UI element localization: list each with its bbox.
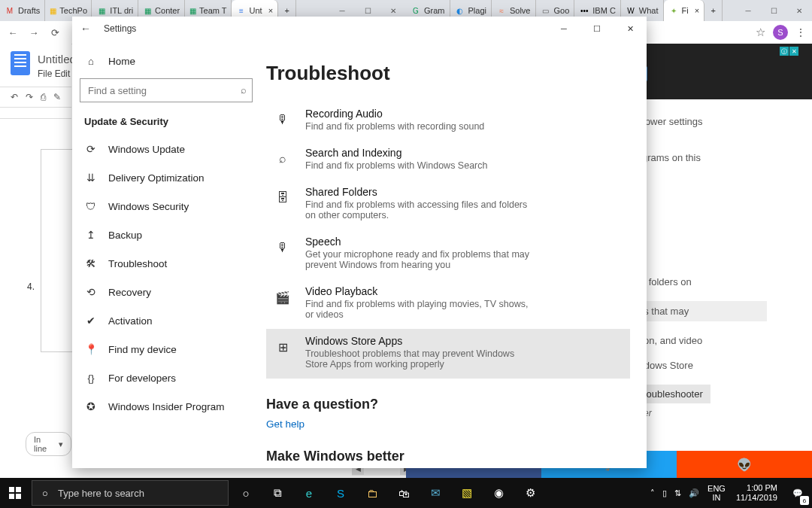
- settings-search[interactable]: ⌕: [80, 78, 253, 102]
- troubleshooter-shared-folders[interactable]: 🗄Shared FoldersFind and fix problems wit…: [266, 180, 630, 230]
- battery-icon[interactable]: ▯: [659, 478, 671, 508]
- favicon: ▦: [189, 5, 196, 16]
- nav-item-delivery-optimization[interactable]: ⇊Delivery Optimization: [80, 163, 253, 192]
- forward-button[interactable]: →: [27, 26, 41, 39]
- clock[interactable]: 1:00 PM11/14/2019: [730, 478, 783, 508]
- docs-menu[interactable]: File Edit: [38, 68, 71, 79]
- close-button[interactable]: ✕: [786, 0, 812, 21]
- docs-toolbar[interactable]: ↶ ↷ ⎙ ✎: [0, 87, 71, 108]
- taskbar-search[interactable]: ○ Type here to search: [32, 480, 229, 506]
- video-icon: 🎬: [272, 287, 293, 308]
- ad-close-controls[interactable]: ⓘ✕: [780, 47, 798, 56]
- action-center-icon[interactable]: 💬 6: [783, 478, 812, 508]
- file-explorer-icon[interactable]: 🗀: [356, 478, 388, 508]
- mic-icon: 🎙: [272, 109, 293, 130]
- troubleshooter-desc: Find and fix problems with playing movie…: [305, 299, 531, 320]
- nav-item-troubleshoot[interactable]: 🛠Troubleshoot: [80, 249, 253, 278]
- have-question-heading: Have a question?: [266, 397, 630, 412]
- dev-icon: {}: [84, 371, 98, 385]
- nav-item-for-developers[interactable]: {}For developers: [80, 364, 253, 392]
- windows-taskbar: ○ Type here to search ○ ⧉ e S 🗀 🛍 ✉ ▧ ◉ …: [0, 478, 812, 508]
- close-button[interactable]: ✕: [614, 17, 647, 41]
- troubleshooter-title: Windows Store Apps: [305, 335, 531, 347]
- notification-count: 6: [800, 496, 809, 505]
- sticky-notes-icon[interactable]: ▧: [451, 478, 483, 508]
- undo-icon[interactable]: ↶: [11, 92, 18, 102]
- mic-icon: 🎙: [272, 237, 293, 258]
- svg-rect-3: [16, 494, 21, 499]
- nav-item-windows-update[interactable]: ⟳Windows Update: [80, 135, 253, 163]
- image-inline-pill[interactable]: In line ▾: [26, 432, 71, 456]
- chrome-icon[interactable]: ◉: [483, 478, 514, 508]
- troubleshooter-title: Video Playback: [305, 285, 531, 297]
- troubleshooter-desc: Find and fix problems with accessing fil…: [305, 199, 531, 221]
- nav-item-windows-security[interactable]: 🛡Windows Security: [80, 192, 253, 221]
- tab-label: What: [639, 6, 659, 15]
- sync-icon: ⟳: [84, 142, 98, 156]
- favicon: ▭: [541, 5, 551, 16]
- share-reddit[interactable]: 👽: [677, 451, 812, 478]
- new-tab-button[interactable]: +: [704, 0, 723, 21]
- cortana-icon[interactable]: ○: [230, 478, 262, 508]
- troubleshooter-video-playback[interactable]: 🎬Video PlaybackFind and fix problems wit…: [266, 279, 630, 329]
- nav-home[interactable]: ⌂ Home: [80, 47, 253, 75]
- volume-icon[interactable]: 🔊: [685, 478, 703, 508]
- mail-icon[interactable]: ✉: [420, 478, 451, 508]
- get-help-link[interactable]: Get help: [266, 418, 304, 430]
- store-icon[interactable]: 🛍: [388, 478, 420, 508]
- print-icon[interactable]: ⎙: [41, 92, 46, 102]
- browser-tab[interactable]: ✦Fi×: [664, 0, 705, 21]
- reload-button[interactable]: ⟳: [48, 26, 62, 39]
- docs-title[interactable]: Untitled: [38, 53, 71, 65]
- format-paint-icon[interactable]: ✎: [53, 92, 61, 102]
- nav-item-windows-insider-program[interactable]: ✪Windows Insider Program: [80, 392, 253, 421]
- kebab-menu-icon[interactable]: ⋮: [795, 26, 806, 38]
- task-view-icon[interactable]: ⧉: [262, 478, 293, 508]
- minimize-button[interactable]: ─: [547, 17, 580, 41]
- tab-label: TechPo: [59, 6, 87, 15]
- troubleshooter-desc: Troubleshoot problems that may prevent W…: [305, 348, 531, 370]
- wifi-icon[interactable]: ⇅: [671, 478, 685, 508]
- troubleshooter-recording-audio[interactable]: 🎙Recording AudioFind and fix problems wi…: [266, 102, 630, 141]
- troubleshooter-title: Speech: [305, 236, 531, 248]
- back-button[interactable]: ←: [6, 26, 20, 39]
- search-icon: ⌕: [241, 84, 247, 96]
- tab-label: Goo: [554, 6, 570, 15]
- settings-search-input[interactable]: [80, 78, 253, 102]
- bookmark-star-icon[interactable]: ☆: [756, 26, 765, 39]
- maximize-button[interactable]: ☐: [580, 17, 614, 41]
- skype-icon[interactable]: S: [325, 478, 356, 508]
- troubleshooter-desc: Find and fix problems with Windows Searc…: [305, 160, 487, 171]
- troubleshooter-speech[interactable]: 🎙SpeechGet your microphone ready and fix…: [266, 230, 630, 279]
- tray-chevron-up-icon[interactable]: ˄: [647, 478, 659, 508]
- favicon: ≡: [236, 5, 246, 16]
- edge-icon[interactable]: e: [293, 478, 325, 508]
- troubleshooter-windows-store-apps[interactable]: ⊞Windows Store AppsTroubleshoot problems…: [266, 329, 630, 379]
- favicon: ▦: [50, 5, 56, 16]
- tab-close-icon[interactable]: ×: [268, 6, 273, 15]
- tab-close-icon[interactable]: ×: [695, 6, 699, 15]
- start-button[interactable]: [0, 478, 30, 508]
- nav-item-find-my-device[interactable]: 📍Find my device: [80, 335, 253, 364]
- nav-home-label: Home: [108, 56, 135, 67]
- profile-avatar[interactable]: S: [773, 25, 788, 40]
- redo-icon[interactable]: ↷: [26, 92, 33, 102]
- tab-label: IBM C: [592, 6, 616, 15]
- docs-logo[interactable]: [11, 51, 30, 75]
- maximize-button[interactable]: ☐: [761, 0, 786, 21]
- find-icon: 📍: [84, 342, 98, 356]
- favicon: W: [626, 5, 636, 16]
- system-tray: ˄ ▯ ⇅ 🔊 ENG IN 1:00 PM11/14/2019 💬 6: [647, 478, 812, 508]
- tab-label: Fi: [682, 6, 689, 15]
- favicon: M: [5, 5, 15, 16]
- language-indicator[interactable]: ENG IN: [703, 478, 730, 508]
- settings-gear-icon[interactable]: ⚙: [514, 478, 546, 508]
- troubleshooter-search-and-indexing[interactable]: ⌕Search and IndexingFind and fix problem…: [266, 141, 630, 180]
- nav-item-recovery[interactable]: ⟲Recovery: [80, 278, 253, 306]
- minimize-button[interactable]: ─: [735, 0, 761, 21]
- nav-item-backup[interactable]: ↥Backup: [80, 221, 253, 249]
- back-button[interactable]: ←: [78, 23, 93, 35]
- nav-item-activation[interactable]: ✔Activation: [80, 306, 253, 335]
- nav-item-label: Find my device: [108, 344, 177, 355]
- browser-tab[interactable]: MDrafts: [0, 0, 45, 21]
